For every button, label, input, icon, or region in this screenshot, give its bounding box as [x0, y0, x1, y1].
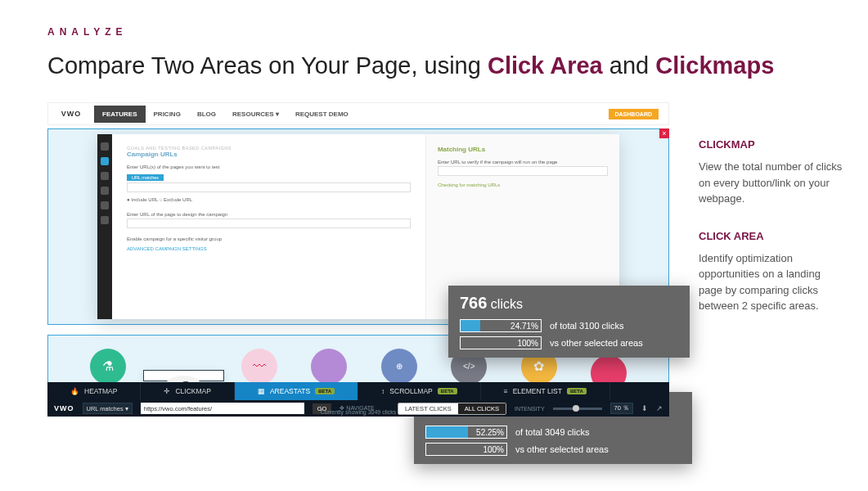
tab-label: CLICKMAP: [175, 387, 210, 395]
advanced-settings-link[interactable]: ADVANCED CAMPAIGN SETTINGS: [127, 246, 411, 251]
pct-bar-vs: 100%: [425, 443, 507, 456]
clickmap-body: View the total number of clicks on every…: [699, 159, 846, 207]
checking-label: Checking for matching URLs: [438, 182, 608, 187]
toolbar-tabs: 🔥HEATMAP ✛CLICKMAP ▦AREASTATSBETA ↕SCROL…: [47, 382, 669, 400]
nav-request-demo[interactable]: REQUEST DEMO: [287, 110, 357, 118]
clickarea-body: Identify optimization opportunities on a…: [699, 250, 846, 314]
clickarea-heading: CLICK AREA: [699, 230, 846, 242]
page-title: Compare Two Areas on Your Page, using Cl…: [47, 52, 868, 79]
grid-icon[interactable]: [101, 187, 109, 195]
pct-value: 100%: [483, 444, 504, 455]
title-bold-clickmaps: Clickmaps: [655, 52, 774, 79]
nav-resources[interactable]: RESOURCES ▾: [224, 110, 287, 118]
clicks-filter[interactable]: LATEST CLICKS ALL CLICKS: [398, 403, 506, 415]
chart-icon[interactable]: [101, 201, 109, 209]
feature-visual-editor[interactable]: Visual Editor: [143, 370, 225, 381]
pct-suffix: vs other selected areas: [550, 338, 643, 348]
tab-label: ELEMENT LIST: [513, 387, 562, 395]
beta-badge: BETA: [315, 388, 335, 394]
tab-clickmap[interactable]: ✛CLICKMAP: [141, 382, 234, 400]
url-field[interactable]: https://vwo.com/features/: [141, 403, 304, 414]
opacity-select[interactable]: 70 ％: [610, 403, 633, 414]
section-eyebrow: ANALYZE: [47, 26, 868, 38]
clicks-word: clicks: [491, 297, 523, 311]
crosshair-icon: ✛: [164, 387, 170, 395]
pct-value: 24.71%: [510, 320, 538, 331]
list-icon: ≡: [504, 387, 508, 395]
pct-suffix: of total 3049 clicks: [515, 427, 590, 437]
all-clicks-pill[interactable]: ALL CLICKS: [458, 403, 506, 414]
click-count: 766: [460, 294, 487, 312]
pct-suffix: of total 3100 clicks: [550, 321, 624, 331]
embedded-top-nav: VWO FEATURES PRICING BLOG RESOURCES ▾ RE…: [47, 102, 669, 125]
screenshot-viewport: VWO FEATURES PRICING BLOG RESOURCES ▾ RE…: [47, 102, 669, 417]
flame-icon: 🔥: [70, 387, 79, 395]
scroll-icon: ↕: [381, 387, 385, 395]
url-input-2[interactable]: [127, 218, 411, 228]
grid-icon: ▦: [258, 387, 265, 395]
clickstats-tooltip-1: 766 clicks 24.71% of total 3100 clicks 1…: [448, 286, 690, 358]
nav-blog[interactable]: BLOG: [189, 110, 224, 118]
nav-pricing[interactable]: PRICING: [146, 110, 189, 118]
pct-bar-total: 52.25%: [425, 426, 507, 439]
tab-element-list[interactable]: ≡ELEMENT LISTBETA: [481, 382, 610, 400]
form-left-panel: GOALS AND TESTING BASED CAMPAIGNS Campai…: [112, 134, 426, 319]
title-prefix: Compare Two Areas on Your Page, using: [47, 52, 488, 79]
verify-url-input[interactable]: [438, 166, 608, 176]
intensity-label: INTENSITY: [515, 406, 545, 412]
tab-areastats[interactable]: ▦AREASTATSBETA: [235, 382, 358, 400]
tab-heatmap[interactable]: 🔥HEATMAP: [47, 382, 141, 400]
download-icon[interactable]: ⬇: [641, 404, 648, 412]
currently-showing-label: Currently showing 3049 clicks: [321, 409, 397, 415]
tab-label: HEATMAP: [84, 387, 117, 395]
label-design-url: Enter URL of the page to design the camp…: [127, 212, 411, 217]
vwo-logo: VWO: [48, 110, 94, 118]
beta-badge: BETA: [438, 388, 457, 394]
tab-label: SCROLLMAP: [389, 387, 432, 395]
title-mid: and: [603, 52, 656, 79]
vwo-logo-small: VWO: [54, 404, 74, 412]
flask-icon: ⚗: [102, 358, 114, 374]
close-icon[interactable]: ×: [659, 128, 669, 138]
home-icon[interactable]: [101, 142, 109, 151]
matching-urls-title: Matching URLs: [438, 146, 608, 153]
clickmap-heading: CLICKMAP: [699, 138, 846, 151]
pct-bar-vs: 100%: [460, 336, 542, 349]
form-title: Campaign URLs: [127, 151, 411, 158]
matching-urls-subtitle: Enter URL to verify if the campaign will…: [438, 160, 608, 164]
globe-icon: ⊕: [396, 362, 403, 371]
pct-suffix: vs other selected areas: [515, 444, 609, 454]
share-icon[interactable]: ↗: [656, 404, 663, 412]
chart-icon: 〰: [253, 359, 266, 374]
gear-icon: ✿: [533, 358, 544, 374]
nav-features[interactable]: FEATURES: [94, 106, 146, 123]
form-side-rail: [97, 134, 112, 319]
latest-clicks-pill[interactable]: LATEST CLICKS: [398, 403, 458, 414]
visitor-group-toggle[interactable]: Enable campaign for a specific visitor g…: [127, 236, 411, 241]
pct-value: 52.25%: [476, 426, 504, 438]
plus-icon[interactable]: [101, 157, 109, 165]
gear-icon[interactable]: [101, 216, 109, 224]
url-match-select[interactable]: URL matches ▾: [83, 403, 133, 414]
url-input-1[interactable]: [127, 182, 411, 192]
intensity-slider[interactable]: [553, 408, 602, 410]
pct-bar-total: 24.71%: [460, 319, 542, 332]
url-match-chip[interactable]: URL matches: [127, 174, 164, 181]
dashboard-button[interactable]: DASHBOARD: [609, 109, 659, 119]
explainer-sidebar: CLICKMAP View the total number of clicks…: [699, 102, 846, 417]
label-test-urls: Enter URL(s) of the pages you want to te…: [127, 164, 411, 169]
title-bold-click-area: Click Area: [488, 52, 603, 79]
beta-badge: BETA: [567, 388, 587, 394]
heatmap-toolbar: 🔥HEATMAP ✛CLICKMAP ▦AREASTATSBETA ↕SCROL…: [47, 382, 669, 417]
include-exclude-toggle[interactable]: ● Include URL ○ Exclude URL: [127, 197, 411, 202]
code-icon: </>: [463, 362, 474, 371]
menu-icon[interactable]: [101, 172, 109, 180]
tab-scrollmap[interactable]: ↕SCROLLMAPBETA: [358, 382, 481, 400]
tab-label: AREASTATS: [270, 387, 310, 395]
pct-value: 100%: [517, 337, 538, 349]
